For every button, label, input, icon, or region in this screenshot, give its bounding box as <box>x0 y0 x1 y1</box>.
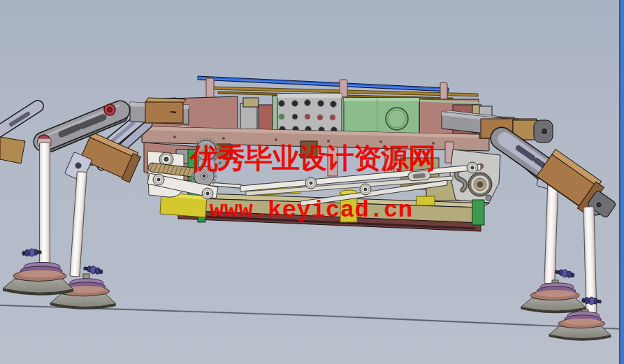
right-side-plate <box>450 150 500 203</box>
gear-housing-green <box>344 98 419 136</box>
bolt-plate <box>273 94 347 136</box>
watermark-line2: www.keyicad.cn <box>210 197 413 224</box>
cad-viewport: 优秀毕业设计资源网 www.keyicad.cn <box>0 0 624 364</box>
window-edge <box>619 0 624 364</box>
leg-cylinder <box>38 138 51 268</box>
watermark-line1: 优秀毕业设计资源网 <box>189 142 435 174</box>
